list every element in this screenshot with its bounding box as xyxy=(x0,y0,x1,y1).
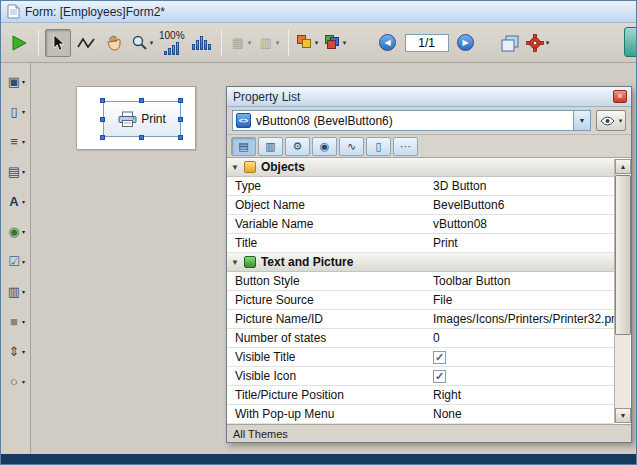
tab-actions[interactable]: ⚙ xyxy=(285,137,310,156)
property-row-type[interactable]: Type 3D Button xyxy=(227,177,614,196)
selection-handle[interactable] xyxy=(100,135,105,140)
hand-tool-button[interactable] xyxy=(101,29,127,57)
object-selector-combo[interactable]: <> vButton08 (BevelButton6) ▼ xyxy=(232,110,591,131)
zoom-level-widget[interactable]: 100% xyxy=(159,30,185,55)
property-value[interactable]: BevelButton6 xyxy=(429,198,614,212)
levels-button[interactable] xyxy=(497,29,523,57)
chevron-down-icon[interactable]: ▾ xyxy=(22,378,25,385)
scrollbar-thumb[interactable] xyxy=(615,175,631,335)
tab-graph[interactable]: ∿ xyxy=(339,137,364,156)
scroll-down-icon[interactable]: ▼ xyxy=(615,408,631,423)
property-list-titlebar[interactable]: Property List × xyxy=(227,87,631,107)
selection-handle[interactable] xyxy=(139,98,144,103)
visible-title-checkbox[interactable]: ✓ xyxy=(433,351,446,364)
property-row-object-name[interactable]: Object Name BevelButton6 xyxy=(227,196,614,215)
form-page[interactable]: Print xyxy=(76,86,196,150)
property-row-variable-name[interactable]: Variable Name vButton08 xyxy=(227,215,614,234)
alignment-dropdown-button[interactable]: ▦ ▾ xyxy=(228,29,254,57)
property-row-picture-source[interactable]: Picture Source File xyxy=(227,291,614,310)
chevron-down-icon[interactable]: ▾ xyxy=(22,198,25,205)
chevron-down-icon[interactable]: ▾ xyxy=(22,288,25,295)
palette-tool-splitter[interactable]: ⇕▾ xyxy=(2,338,30,365)
palette-tool-check-box[interactable]: ☑▾ xyxy=(2,248,30,275)
pen-tool-button[interactable] xyxy=(73,29,99,57)
palette-tool-radio-button[interactable]: ◉▾ xyxy=(2,218,30,245)
chevron-down-icon[interactable]: ▾ xyxy=(22,258,25,265)
chevron-down-icon[interactable]: ▾ xyxy=(150,39,154,46)
color-dropdown-button[interactable]: ▾ xyxy=(295,29,321,57)
property-row-visible-title[interactable]: Visible Title ✓ xyxy=(227,348,614,367)
section-header-text-and-picture[interactable]: ▼ Text and Picture xyxy=(227,253,614,272)
tab-events[interactable]: ◉ xyxy=(312,137,337,156)
chevron-down-icon[interactable]: ▾ xyxy=(22,138,25,145)
chevron-down-icon[interactable]: ▾ xyxy=(22,318,25,325)
property-value[interactable]: 0 xyxy=(429,331,614,345)
collapse-triangle-icon[interactable]: ▼ xyxy=(231,258,239,267)
property-list-scrollbar[interactable]: ▲ ▼ xyxy=(614,159,630,423)
scroll-up-icon[interactable]: ▲ xyxy=(615,159,631,174)
run-button[interactable] xyxy=(6,29,32,57)
selection-handle[interactable] xyxy=(100,117,105,122)
palette-tool-oval[interactable]: ○▾ xyxy=(2,368,30,395)
property-row-picture-name[interactable]: Picture Name/ID Images/Icons/Printers/Pr… xyxy=(227,310,614,329)
property-value[interactable]: None xyxy=(429,407,614,421)
property-value[interactable]: 3D Button xyxy=(429,179,614,193)
collapse-triangle-icon[interactable]: ▼ xyxy=(231,163,239,172)
palette-tool-input-field[interactable]: ▯▾ xyxy=(2,98,30,125)
property-row-visible-icon[interactable]: Visible Icon ✓ xyxy=(227,367,614,386)
clipped-toolbar-button[interactable] xyxy=(624,27,637,57)
tab-property-list[interactable]: ▤ xyxy=(231,137,256,156)
chevron-down-icon[interactable]: ▾ xyxy=(343,39,347,46)
chevron-down-icon[interactable]: ▾ xyxy=(22,168,25,175)
palette-tool-combo-box[interactable]: ▤▾ xyxy=(2,158,30,185)
selection-handle[interactable] xyxy=(139,135,144,140)
chevron-down-icon[interactable]: ▾ xyxy=(315,39,319,46)
property-value[interactable]: File xyxy=(429,293,614,307)
page-indicator-field[interactable]: 1/1 xyxy=(405,34,449,52)
chevron-down-icon[interactable]: ▾ xyxy=(546,39,550,46)
next-page-button[interactable]: ▶ xyxy=(453,29,479,57)
palette-tool-text-area[interactable]: ▣▾ xyxy=(2,68,30,95)
tab-display[interactable]: ▯ xyxy=(366,137,391,156)
display-scale-button[interactable] xyxy=(189,29,215,57)
property-value[interactable]: vButton08 xyxy=(429,217,614,231)
print-button-object[interactable]: Print xyxy=(103,101,181,137)
palette-tool-list-box[interactable]: ≡▾ xyxy=(2,128,30,155)
chevron-down-icon[interactable]: ▾ xyxy=(22,348,25,355)
settings-button[interactable]: ▾ xyxy=(525,29,551,57)
select-tool-button[interactable] xyxy=(45,29,71,57)
chevron-down-icon[interactable]: ▼ xyxy=(573,111,590,130)
property-row-title[interactable]: Title Print xyxy=(227,234,614,253)
tab-more[interactable]: ⋯ xyxy=(393,137,418,156)
palette-tool-static-text[interactable]: A▾ xyxy=(2,188,30,215)
section-header-objects[interactable]: ▼ Objects xyxy=(227,158,614,177)
object-style-dropdown-button[interactable]: ▾ xyxy=(323,29,349,57)
selection-handle[interactable] xyxy=(178,135,183,140)
property-row-with-popup-menu[interactable]: With Pop-up Menu None xyxy=(227,405,614,424)
property-row-number-of-states[interactable]: Number of states 0 xyxy=(227,329,614,348)
chevron-down-icon[interactable]: ▾ xyxy=(22,228,25,235)
zoom-tool-button[interactable]: ▾ xyxy=(129,29,155,57)
previous-page-button[interactable]: ◀ xyxy=(375,29,401,57)
chevron-down-icon[interactable]: ▾ xyxy=(22,108,25,115)
form-canvas[interactable]: Print Property List × <> xyxy=(31,63,636,454)
distribution-dropdown-button[interactable]: ▥ ▾ xyxy=(256,29,282,57)
selection-handle[interactable] xyxy=(100,98,105,103)
close-icon[interactable]: × xyxy=(613,90,627,103)
property-value[interactable]: Right xyxy=(429,388,614,402)
selection-handle[interactable] xyxy=(178,117,183,122)
property-value[interactable]: Toolbar Button xyxy=(429,274,614,288)
window-titlebar[interactable]: Form: [Employees]Form2* xyxy=(1,1,636,23)
property-row-title-picture-position[interactable]: Title/Picture Position Right xyxy=(227,386,614,405)
palette-tool-button-grid[interactable]: ▥▾ xyxy=(2,278,30,305)
visible-icon-checkbox[interactable]: ✓ xyxy=(433,370,446,383)
property-value[interactable]: Images/Icons/Printers/Printer32.png xyxy=(429,312,614,326)
palette-tool-rectangle[interactable]: ■▾ xyxy=(2,308,30,335)
themes-filter-bar[interactable]: All Themes xyxy=(227,424,631,442)
visibility-options-button[interactable]: ▾ xyxy=(596,110,626,131)
tab-page[interactable]: ▥ xyxy=(258,137,283,156)
property-row-button-style[interactable]: Button Style Toolbar Button xyxy=(227,272,614,291)
chevron-down-icon[interactable]: ▾ xyxy=(22,78,25,85)
property-value[interactable]: Print xyxy=(429,236,614,250)
selection-handle[interactable] xyxy=(178,98,183,103)
